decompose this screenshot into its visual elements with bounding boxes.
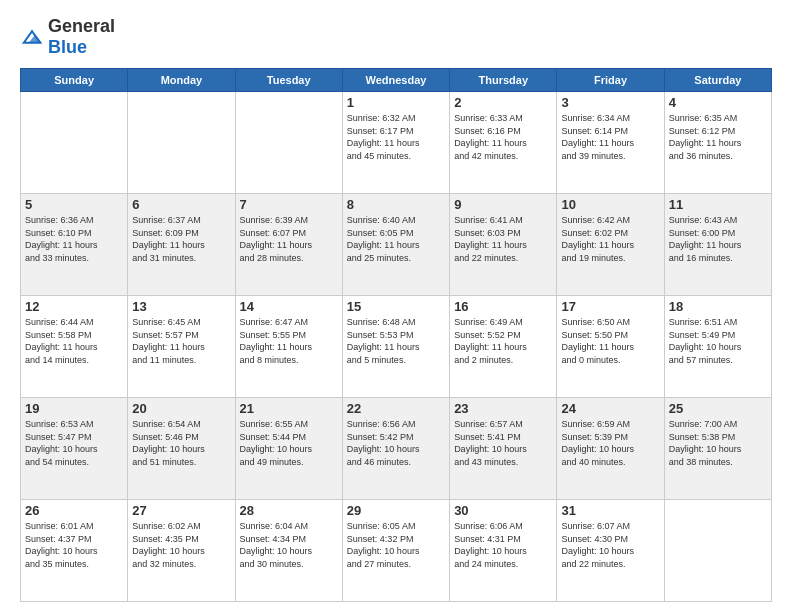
- weekday-header-tuesday: Tuesday: [235, 69, 342, 92]
- day-number: 21: [240, 401, 338, 416]
- day-cell-3: 3Sunrise: 6:34 AM Sunset: 6:14 PM Daylig…: [557, 92, 664, 194]
- weekday-header-thursday: Thursday: [450, 69, 557, 92]
- day-info: Sunrise: 6:05 AM Sunset: 4:32 PM Dayligh…: [347, 520, 445, 570]
- day-number: 1: [347, 95, 445, 110]
- day-number: 3: [561, 95, 659, 110]
- day-info: Sunrise: 6:59 AM Sunset: 5:39 PM Dayligh…: [561, 418, 659, 468]
- empty-cell: [235, 92, 342, 194]
- day-cell-18: 18Sunrise: 6:51 AM Sunset: 5:49 PM Dayli…: [664, 296, 771, 398]
- day-number: 17: [561, 299, 659, 314]
- day-cell-26: 26Sunrise: 6:01 AM Sunset: 4:37 PM Dayli…: [21, 500, 128, 602]
- day-number: 28: [240, 503, 338, 518]
- logo-blue: Blue: [48, 37, 87, 57]
- day-info: Sunrise: 6:43 AM Sunset: 6:00 PM Dayligh…: [669, 214, 767, 264]
- day-info: Sunrise: 6:41 AM Sunset: 6:03 PM Dayligh…: [454, 214, 552, 264]
- day-number: 4: [669, 95, 767, 110]
- day-cell-8: 8Sunrise: 6:40 AM Sunset: 6:05 PM Daylig…: [342, 194, 449, 296]
- day-number: 18: [669, 299, 767, 314]
- day-cell-4: 4Sunrise: 6:35 AM Sunset: 6:12 PM Daylig…: [664, 92, 771, 194]
- day-number: 13: [132, 299, 230, 314]
- day-number: 27: [132, 503, 230, 518]
- week-row-2: 5Sunrise: 6:36 AM Sunset: 6:10 PM Daylig…: [21, 194, 772, 296]
- day-info: Sunrise: 6:34 AM Sunset: 6:14 PM Dayligh…: [561, 112, 659, 162]
- empty-cell: [128, 92, 235, 194]
- day-info: Sunrise: 6:55 AM Sunset: 5:44 PM Dayligh…: [240, 418, 338, 468]
- day-cell-12: 12Sunrise: 6:44 AM Sunset: 5:58 PM Dayli…: [21, 296, 128, 398]
- day-cell-25: 25Sunrise: 7:00 AM Sunset: 5:38 PM Dayli…: [664, 398, 771, 500]
- day-info: Sunrise: 6:39 AM Sunset: 6:07 PM Dayligh…: [240, 214, 338, 264]
- weekday-header-row: SundayMondayTuesdayWednesdayThursdayFrid…: [21, 69, 772, 92]
- calendar-table: SundayMondayTuesdayWednesdayThursdayFrid…: [20, 68, 772, 602]
- day-number: 16: [454, 299, 552, 314]
- empty-cell: [664, 500, 771, 602]
- day-cell-1: 1Sunrise: 6:32 AM Sunset: 6:17 PM Daylig…: [342, 92, 449, 194]
- day-cell-31: 31Sunrise: 6:07 AM Sunset: 4:30 PM Dayli…: [557, 500, 664, 602]
- weekday-header-monday: Monday: [128, 69, 235, 92]
- day-info: Sunrise: 6:48 AM Sunset: 5:53 PM Dayligh…: [347, 316, 445, 366]
- logo-general: General: [48, 16, 115, 36]
- day-cell-21: 21Sunrise: 6:55 AM Sunset: 5:44 PM Dayli…: [235, 398, 342, 500]
- day-number: 14: [240, 299, 338, 314]
- day-cell-29: 29Sunrise: 6:05 AM Sunset: 4:32 PM Dayli…: [342, 500, 449, 602]
- day-number: 10: [561, 197, 659, 212]
- day-cell-23: 23Sunrise: 6:57 AM Sunset: 5:41 PM Dayli…: [450, 398, 557, 500]
- day-number: 29: [347, 503, 445, 518]
- day-number: 6: [132, 197, 230, 212]
- day-info: Sunrise: 6:53 AM Sunset: 5:47 PM Dayligh…: [25, 418, 123, 468]
- svg-marker-1: [29, 35, 42, 43]
- day-cell-6: 6Sunrise: 6:37 AM Sunset: 6:09 PM Daylig…: [128, 194, 235, 296]
- day-info: Sunrise: 6:02 AM Sunset: 4:35 PM Dayligh…: [132, 520, 230, 570]
- day-info: Sunrise: 6:45 AM Sunset: 5:57 PM Dayligh…: [132, 316, 230, 366]
- logo-icon: [20, 28, 44, 46]
- day-info: Sunrise: 6:36 AM Sunset: 6:10 PM Dayligh…: [25, 214, 123, 264]
- day-cell-5: 5Sunrise: 6:36 AM Sunset: 6:10 PM Daylig…: [21, 194, 128, 296]
- day-info: Sunrise: 6:57 AM Sunset: 5:41 PM Dayligh…: [454, 418, 552, 468]
- day-cell-13: 13Sunrise: 6:45 AM Sunset: 5:57 PM Dayli…: [128, 296, 235, 398]
- day-cell-11: 11Sunrise: 6:43 AM Sunset: 6:00 PM Dayli…: [664, 194, 771, 296]
- day-info: Sunrise: 6:06 AM Sunset: 4:31 PM Dayligh…: [454, 520, 552, 570]
- header: General Blue: [20, 16, 772, 58]
- day-cell-24: 24Sunrise: 6:59 AM Sunset: 5:39 PM Dayli…: [557, 398, 664, 500]
- day-cell-28: 28Sunrise: 6:04 AM Sunset: 4:34 PM Dayli…: [235, 500, 342, 602]
- logo: General Blue: [20, 16, 115, 58]
- day-cell-27: 27Sunrise: 6:02 AM Sunset: 4:35 PM Dayli…: [128, 500, 235, 602]
- day-info: Sunrise: 6:35 AM Sunset: 6:12 PM Dayligh…: [669, 112, 767, 162]
- day-cell-7: 7Sunrise: 6:39 AM Sunset: 6:07 PM Daylig…: [235, 194, 342, 296]
- day-cell-30: 30Sunrise: 6:06 AM Sunset: 4:31 PM Dayli…: [450, 500, 557, 602]
- weekday-header-saturday: Saturday: [664, 69, 771, 92]
- day-number: 9: [454, 197, 552, 212]
- day-number: 24: [561, 401, 659, 416]
- day-info: Sunrise: 6:49 AM Sunset: 5:52 PM Dayligh…: [454, 316, 552, 366]
- day-info: Sunrise: 6:01 AM Sunset: 4:37 PM Dayligh…: [25, 520, 123, 570]
- day-cell-2: 2Sunrise: 6:33 AM Sunset: 6:16 PM Daylig…: [450, 92, 557, 194]
- day-info: Sunrise: 6:54 AM Sunset: 5:46 PM Dayligh…: [132, 418, 230, 468]
- day-cell-22: 22Sunrise: 6:56 AM Sunset: 5:42 PM Dayli…: [342, 398, 449, 500]
- day-number: 19: [25, 401, 123, 416]
- weekday-header-friday: Friday: [557, 69, 664, 92]
- week-row-3: 12Sunrise: 6:44 AM Sunset: 5:58 PM Dayli…: [21, 296, 772, 398]
- day-cell-20: 20Sunrise: 6:54 AM Sunset: 5:46 PM Dayli…: [128, 398, 235, 500]
- empty-cell: [21, 92, 128, 194]
- day-number: 22: [347, 401, 445, 416]
- day-number: 11: [669, 197, 767, 212]
- day-number: 15: [347, 299, 445, 314]
- day-cell-14: 14Sunrise: 6:47 AM Sunset: 5:55 PM Dayli…: [235, 296, 342, 398]
- week-row-1: 1Sunrise: 6:32 AM Sunset: 6:17 PM Daylig…: [21, 92, 772, 194]
- day-number: 20: [132, 401, 230, 416]
- day-info: Sunrise: 6:07 AM Sunset: 4:30 PM Dayligh…: [561, 520, 659, 570]
- day-number: 8: [347, 197, 445, 212]
- day-info: Sunrise: 6:56 AM Sunset: 5:42 PM Dayligh…: [347, 418, 445, 468]
- day-info: Sunrise: 6:37 AM Sunset: 6:09 PM Dayligh…: [132, 214, 230, 264]
- day-info: Sunrise: 7:00 AM Sunset: 5:38 PM Dayligh…: [669, 418, 767, 468]
- day-cell-15: 15Sunrise: 6:48 AM Sunset: 5:53 PM Dayli…: [342, 296, 449, 398]
- day-number: 2: [454, 95, 552, 110]
- day-number: 31: [561, 503, 659, 518]
- day-info: Sunrise: 6:33 AM Sunset: 6:16 PM Dayligh…: [454, 112, 552, 162]
- day-cell-17: 17Sunrise: 6:50 AM Sunset: 5:50 PM Dayli…: [557, 296, 664, 398]
- day-cell-19: 19Sunrise: 6:53 AM Sunset: 5:47 PM Dayli…: [21, 398, 128, 500]
- day-info: Sunrise: 6:04 AM Sunset: 4:34 PM Dayligh…: [240, 520, 338, 570]
- day-number: 7: [240, 197, 338, 212]
- day-info: Sunrise: 6:50 AM Sunset: 5:50 PM Dayligh…: [561, 316, 659, 366]
- day-number: 25: [669, 401, 767, 416]
- day-number: 26: [25, 503, 123, 518]
